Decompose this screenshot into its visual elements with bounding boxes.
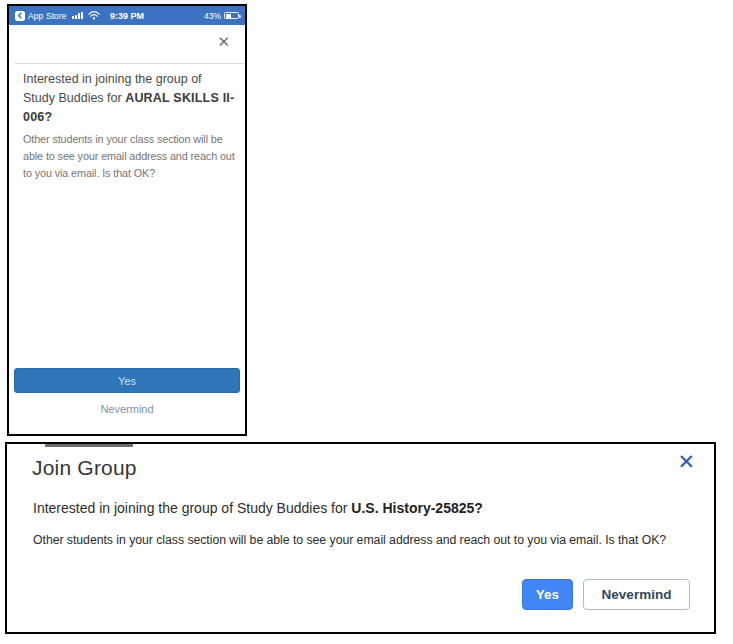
battery-percent-label: 43% [204,11,221,21]
join-group-dialog: Join Group ✕ Interested in joining the g… [5,442,716,634]
status-bar-left: App Store [15,11,100,21]
join-description: Other students in your class section wil… [33,533,708,547]
chevron-left-icon [17,12,23,19]
yes-button[interactable]: Yes [14,368,240,393]
nevermind-link[interactable]: Nevermind [9,403,245,415]
dialog-title: Join Group [32,456,137,480]
phone-screenshot: App Store 9:39 PM 43% ✕ Interested in jo… [7,4,247,436]
battery-icon [224,12,239,19]
close-icon[interactable]: ✕ [217,35,230,50]
join-question: Interested in joining the group of Study… [23,70,235,127]
phone-dialog: ✕ Interested in joining the group of Stu… [9,25,245,434]
wifi-icon [88,11,100,20]
phone-status-bar: App Store 9:39 PM 43% [9,6,245,25]
close-icon[interactable]: ✕ [677,452,695,473]
cellular-signal-icon [72,12,83,20]
back-to-app-store-label[interactable]: App Store [28,11,67,21]
course-name: U.S. History-25825? [351,500,483,516]
join-question: Interested in joining the group of Study… [33,500,702,516]
dialog-actions: Yes Nevermind [522,579,690,610]
join-description: Other students in your class section wil… [23,131,243,182]
question-prefix: Interested in joining the group of Study… [33,500,351,516]
divider [15,63,245,64]
back-to-app-store-icon[interactable] [15,11,25,21]
nevermind-button[interactable]: Nevermind [583,579,690,610]
yes-button[interactable]: Yes [522,579,573,610]
cropped-text-artifact [45,443,133,447]
status-bar-right: 43% [204,11,239,21]
